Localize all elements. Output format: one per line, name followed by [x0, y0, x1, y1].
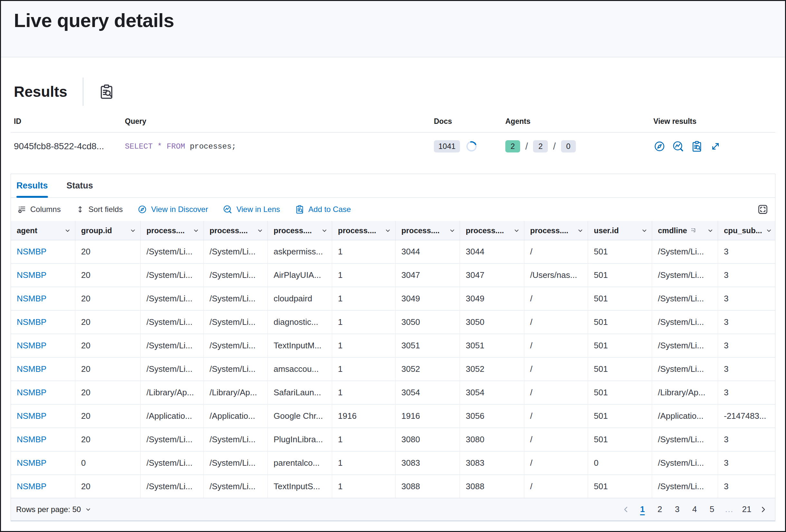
- grid-cell[interactable]: /: [524, 452, 588, 475]
- grid-column-header-4[interactable]: process....: [268, 221, 332, 240]
- grid-cell-agent-link[interactable]: NSMBP: [11, 334, 75, 357]
- grid-cell[interactable]: 1916: [396, 405, 460, 428]
- tab-status[interactable]: Status: [67, 174, 93, 197]
- add-to-case-button[interactable]: Add to Case: [295, 204, 351, 214]
- grid-cell[interactable]: 3: [718, 358, 775, 381]
- grid-cell[interactable]: 3: [718, 264, 775, 287]
- grid-cell[interactable]: 501: [588, 264, 652, 287]
- grid-cell[interactable]: 501: [588, 334, 652, 357]
- discover-compass-icon[interactable]: [653, 140, 666, 152]
- grid-cell[interactable]: /System/Li...: [204, 358, 268, 381]
- grid-cell[interactable]: askpermiss...: [268, 240, 332, 263]
- grid-cell[interactable]: /System/Li...: [652, 358, 718, 381]
- grid-cell[interactable]: 3088: [460, 475, 524, 498]
- grid-cell[interactable]: /Library/Ap...: [141, 381, 204, 404]
- grid-column-header-11[interactable]: cpu_sub...: [718, 221, 775, 240]
- grid-cell[interactable]: /: [524, 428, 588, 451]
- grid-cell[interactable]: 1: [332, 452, 396, 475]
- pagination-page-4[interactable]: 4: [687, 502, 702, 517]
- grid-cell[interactable]: /System/Li...: [141, 358, 204, 381]
- grid-cell[interactable]: /System/Li...: [652, 311, 718, 334]
- grid-cell[interactable]: AirPlayUIA...: [268, 264, 332, 287]
- clipboard-search-icon[interactable]: [691, 140, 703, 152]
- view-in-discover-button[interactable]: View in Discover: [137, 204, 208, 214]
- grid-cell[interactable]: 501: [588, 287, 652, 310]
- grid-column-header-9[interactable]: user.id: [588, 221, 652, 240]
- grid-cell[interactable]: parentalco...: [268, 452, 332, 475]
- lens-icon[interactable]: [672, 140, 684, 152]
- grid-cell[interactable]: /System/Li...: [141, 240, 204, 263]
- grid-cell[interactable]: 3083: [396, 452, 460, 475]
- grid-cell[interactable]: /: [524, 358, 588, 381]
- grid-cell[interactable]: /System/Li...: [141, 264, 204, 287]
- grid-cell[interactable]: 20: [75, 358, 141, 381]
- grid-cell[interactable]: 3: [718, 452, 775, 475]
- grid-cell[interactable]: 3047: [396, 264, 460, 287]
- grid-cell[interactable]: 3047: [460, 264, 524, 287]
- grid-cell[interactable]: /System/Li...: [652, 240, 718, 263]
- grid-cell[interactable]: /: [524, 311, 588, 334]
- pagination-page-2[interactable]: 2: [652, 502, 668, 517]
- grid-cell[interactable]: PlugInLibra...: [268, 428, 332, 451]
- grid-cell[interactable]: 20: [75, 311, 141, 334]
- grid-cell[interactable]: 501: [588, 381, 652, 404]
- grid-cell[interactable]: 3051: [460, 334, 524, 357]
- grid-cell[interactable]: 3080: [460, 428, 524, 451]
- grid-cell[interactable]: /: [524, 334, 588, 357]
- pagination-page-1[interactable]: 1: [635, 502, 650, 517]
- grid-cell[interactable]: /System/Li...: [652, 428, 718, 451]
- grid-cell[interactable]: 1: [332, 311, 396, 334]
- grid-column-header-6[interactable]: process....: [396, 221, 460, 240]
- grid-cell[interactable]: /System/Li...: [141, 287, 204, 310]
- grid-cell[interactable]: /System/Li...: [652, 452, 718, 475]
- grid-cell-agent-link[interactable]: NSMBP: [11, 381, 75, 404]
- pagination-page-21[interactable]: 21: [739, 502, 755, 517]
- grid-cell[interactable]: 3054: [396, 381, 460, 404]
- grid-column-header-10[interactable]: cmdline: [652, 221, 718, 240]
- grid-cell[interactable]: 1: [332, 240, 396, 263]
- grid-cell[interactable]: 1: [332, 428, 396, 451]
- expand-diagonal-icon[interactable]: [710, 140, 722, 152]
- grid-cell[interactable]: -2147483...: [718, 405, 775, 428]
- grid-cell[interactable]: /Library/Ap...: [204, 381, 268, 404]
- grid-cell[interactable]: 3052: [396, 358, 460, 381]
- grid-column-header-7[interactable]: process....: [460, 221, 524, 240]
- columns-button[interactable]: Columns: [17, 205, 61, 214]
- grid-cell[interactable]: 20: [75, 405, 141, 428]
- grid-cell[interactable]: 0: [588, 452, 652, 475]
- grid-cell[interactable]: 1916: [332, 405, 396, 428]
- grid-cell[interactable]: 3051: [396, 334, 460, 357]
- grid-column-header-0[interactable]: agent: [11, 221, 75, 240]
- grid-cell-agent-link[interactable]: NSMBP: [11, 240, 75, 263]
- grid-cell[interactable]: 1: [332, 381, 396, 404]
- grid-cell[interactable]: 3050: [396, 311, 460, 334]
- grid-cell[interactable]: 3: [718, 381, 775, 404]
- grid-cell[interactable]: /: [524, 240, 588, 263]
- tab-results[interactable]: Results: [17, 174, 48, 197]
- grid-cell[interactable]: 3052: [460, 358, 524, 381]
- grid-cell[interactable]: /System/Li...: [652, 264, 718, 287]
- grid-cell[interactable]: 20: [75, 334, 141, 357]
- grid-cell[interactable]: /System/Li...: [204, 311, 268, 334]
- grid-cell[interactable]: /System/Li...: [204, 475, 268, 498]
- grid-cell[interactable]: amsaccou...: [268, 358, 332, 381]
- grid-cell[interactable]: /System/Li...: [204, 264, 268, 287]
- grid-cell[interactable]: 3: [718, 287, 775, 310]
- grid-cell[interactable]: TextInputS...: [268, 475, 332, 498]
- grid-cell[interactable]: 3050: [460, 311, 524, 334]
- grid-cell[interactable]: 3088: [396, 475, 460, 498]
- sort-fields-button[interactable]: Sort fields: [76, 205, 123, 214]
- grid-cell[interactable]: 20: [75, 475, 141, 498]
- grid-cell[interactable]: 501: [588, 475, 652, 498]
- grid-cell[interactable]: 501: [588, 358, 652, 381]
- grid-cell-agent-link[interactable]: NSMBP: [11, 358, 75, 381]
- grid-cell[interactable]: /: [524, 287, 588, 310]
- grid-cell-agent-link[interactable]: NSMBP: [11, 264, 75, 287]
- grid-cell[interactable]: /System/Li...: [652, 287, 718, 310]
- grid-cell[interactable]: /System/Li...: [141, 452, 204, 475]
- grid-cell[interactable]: /: [524, 405, 588, 428]
- grid-cell[interactable]: /System/Li...: [141, 475, 204, 498]
- grid-cell[interactable]: 20: [75, 264, 141, 287]
- grid-cell[interactable]: 20: [75, 381, 141, 404]
- grid-cell[interactable]: 3083: [460, 452, 524, 475]
